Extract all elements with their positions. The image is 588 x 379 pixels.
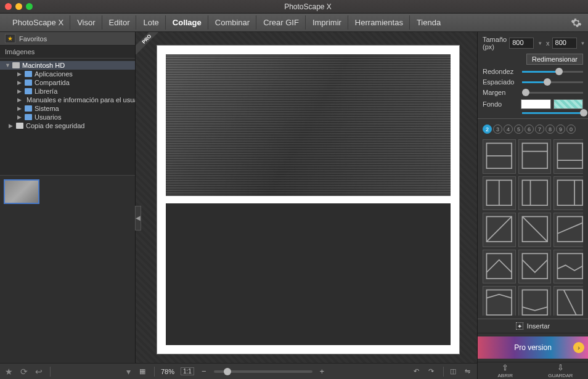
tree-item[interactable]: ▶Usuarios (0, 113, 135, 121)
collage-cell-1[interactable] (166, 54, 451, 196)
close-window-button[interactable] (5, 3, 12, 10)
layout-option[interactable] (483, 250, 516, 284)
collage-frame[interactable] (157, 46, 459, 354)
folder-tree: ▼Macintosh HD ▶Aplicaciones ▶Compartida … (0, 58, 135, 175)
svg-rect-29 (522, 290, 547, 316)
layout-option[interactable] (553, 176, 583, 211)
svg-line-19 (522, 217, 547, 242)
count-5[interactable]: 5 (514, 124, 523, 134)
minimise-window-button[interactable] (15, 3, 22, 10)
compare-icon[interactable]: ◫ (450, 367, 459, 376)
tree-root[interactable]: ▼Macintosh HD (0, 61, 135, 70)
layout-option[interactable] (518, 139, 552, 174)
layout-option[interactable] (483, 139, 516, 174)
layout-option[interactable] (553, 213, 583, 247)
margin-slider[interactable] (522, 92, 583, 94)
zoom-out-button[interactable]: − (200, 367, 208, 376)
svg-rect-24 (486, 253, 512, 279)
layout-option[interactable] (483, 213, 516, 247)
refresh-icon[interactable]: ⟳ (20, 367, 28, 377)
canvas-viewport[interactable] (136, 32, 477, 363)
tree-item[interactable]: ▶Sistema (0, 104, 135, 113)
history-back-icon[interactable]: ↩ (35, 367, 43, 377)
folder-icon (25, 71, 32, 77)
zoom-reset-button[interactable]: 1:1 (181, 367, 194, 375)
tree-item-backup[interactable]: ▶Copia de seguridad (0, 121, 135, 130)
favorites-header[interactable]: ★ Favoritos (0, 32, 135, 46)
svg-line-31 (564, 290, 576, 316)
layout-option[interactable] (518, 250, 552, 284)
redo-icon[interactable]: ↷ (428, 367, 437, 376)
drive-icon (16, 123, 23, 129)
undo-icon[interactable]: ↶ (414, 367, 422, 376)
collage-cell-2[interactable] (166, 203, 451, 345)
svg-rect-10 (522, 180, 547, 205)
count-6[interactable]: 6 (525, 124, 534, 134)
settings-icon[interactable] (571, 17, 582, 28)
bg-pattern-swatch[interactable] (553, 99, 584, 109)
tree-item[interactable]: ▶Aplicaciones (0, 70, 135, 78)
spacing-slider[interactable] (522, 81, 583, 83)
pro-version-banner[interactable]: Pro version› (478, 336, 588, 359)
svg-rect-20 (558, 217, 583, 242)
count-9[interactable]: 9 (556, 124, 565, 134)
layout-option[interactable] (518, 176, 552, 211)
open-button[interactable]: ⇧ABRIR (478, 362, 533, 379)
tab-imprimir[interactable]: Imprimir (306, 15, 348, 30)
tab-herramientas[interactable]: Herramientas (349, 15, 410, 30)
cell-count-row: 2 3 4 5 6 7 8 9 0 (483, 123, 583, 135)
roundness-label: Redondez (483, 68, 518, 75)
thumbnail[interactable] (4, 179, 39, 204)
layout-option[interactable] (553, 139, 583, 174)
folder-icon (25, 105, 32, 112)
height-input[interactable]: 800 (552, 38, 577, 49)
svg-rect-25 (522, 253, 547, 279)
count-2[interactable]: 2 (483, 124, 492, 134)
layout-option[interactable] (483, 176, 516, 211)
sidebar-collapse-handle[interactable]: ◀ (135, 206, 141, 230)
app-name[interactable]: PhotoScape X (6, 15, 70, 30)
tab-tienda[interactable]: Tienda (410, 15, 447, 30)
layout-option[interactable] (518, 286, 552, 316)
collapse-down-icon[interactable]: ▾ (126, 367, 131, 377)
count-4[interactable]: 4 (504, 124, 513, 134)
maximise-window-button[interactable] (26, 3, 33, 10)
svg-rect-4 (558, 143, 583, 168)
tab-lote[interactable]: Lote (137, 15, 165, 30)
count-8[interactable]: 8 (545, 124, 555, 134)
roundness-slider[interactable] (522, 71, 583, 73)
tab-combinar[interactable]: Combinar (209, 15, 256, 30)
count-3[interactable]: 3 (493, 124, 502, 134)
tree-item[interactable]: ▶Compartida (0, 78, 135, 87)
tab-visor[interactable]: Visor (71, 15, 102, 30)
tab-crear-gif[interactable]: Crear GIF (257, 15, 306, 30)
tree-item[interactable]: ▶Librería (0, 87, 135, 96)
star-icon: ★ (5, 34, 15, 43)
zoom-in-button[interactable]: + (319, 367, 326, 376)
insert-button[interactable]: ✦Insertar (478, 319, 588, 333)
save-button[interactable]: ⇩GUARDAR (533, 362, 589, 379)
count-10[interactable]: 0 (566, 124, 576, 134)
layout-grid (483, 138, 583, 316)
bg-color-swatch[interactable] (521, 99, 551, 109)
layout-option[interactable] (518, 213, 552, 247)
layout-option[interactable] (553, 286, 583, 316)
grid-icon[interactable]: ▦ (139, 367, 148, 376)
bg-opacity-slider[interactable] (522, 112, 583, 114)
layout-option[interactable] (553, 250, 583, 284)
canvas-toolbar: ▦ 78% 1:1 − + ↶ ↷ ◫ ⇋ (136, 363, 477, 379)
tab-editor[interactable]: Editor (103, 15, 137, 30)
resize-button[interactable]: Redimensionar (526, 54, 583, 65)
favorite-icon[interactable]: ★ (5, 367, 13, 377)
tree-item[interactable]: ▶Manuales e información para el usuario (0, 96, 135, 104)
flip-h-icon[interactable]: ⇋ (465, 367, 473, 376)
zoom-slider[interactable] (214, 370, 312, 373)
layout-option[interactable] (483, 286, 516, 316)
width-input[interactable]: 800 (509, 38, 534, 49)
tab-collage[interactable]: Collage (166, 15, 208, 30)
count-7[interactable]: 7 (535, 124, 544, 134)
background-label: Fondo (483, 100, 518, 108)
main-nav: PhotoScape X Visor Editor Lote Collage C… (0, 14, 588, 32)
canvas-area: ◀ ▦ 78% 1:1 − + ↶ ↷ ◫ ⇋ (136, 32, 477, 379)
favorites-label: Favoritos (19, 35, 47, 43)
